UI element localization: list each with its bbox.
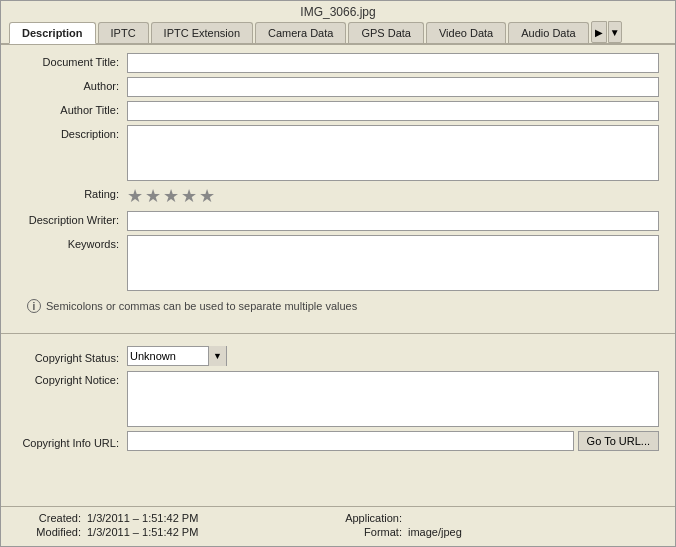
description-label: Description: xyxy=(17,125,127,140)
footer-modified-value: 1/3/2011 – 1:51:42 PM xyxy=(87,526,198,538)
hint-row: i Semicolons or commas can be used to se… xyxy=(17,295,659,319)
author-input[interactable] xyxy=(127,77,659,97)
document-title-row: Document Title: xyxy=(17,53,659,73)
tab-nav-dropdown-button[interactable]: ▼ xyxy=(608,21,622,43)
info-icon: i xyxy=(27,299,41,313)
copyright-status-select[interactable]: Unknown Copyrighted Public Domain xyxy=(128,347,208,365)
tab-iptc[interactable]: IPTC xyxy=(98,22,149,43)
document-title-label: Document Title: xyxy=(17,53,127,68)
main-window: IMG_3066.jpg Description IPTC IPTC Exten… xyxy=(0,0,676,547)
footer-created-value: 1/3/2011 – 1:51:42 PM xyxy=(87,512,198,524)
footer-created-row: Created: 1/3/2011 – 1:51:42 PM xyxy=(17,512,338,524)
footer-right: Application: Format: image/jpeg xyxy=(338,512,659,540)
description-section: Document Title: Author: Author Title: De… xyxy=(1,45,675,327)
star-1[interactable]: ★ xyxy=(127,185,143,207)
tab-iptc-extension[interactable]: IPTC Extension xyxy=(151,22,253,43)
tab-gps-data[interactable]: GPS Data xyxy=(348,22,424,43)
hint-text: Semicolons or commas can be used to sepa… xyxy=(46,300,357,312)
author-label: Author: xyxy=(17,77,127,92)
tab-video-data[interactable]: Video Data xyxy=(426,22,506,43)
footer-format-value: image/jpeg xyxy=(408,526,462,538)
description-writer-input[interactable] xyxy=(127,211,659,231)
footer-application-row: Application: xyxy=(338,512,659,524)
title-bar: IMG_3066.jpg xyxy=(1,1,675,21)
footer-created-label: Created: xyxy=(17,512,87,524)
keywords-label: Keywords: xyxy=(17,235,127,250)
tab-nav-next-button[interactable]: ▶ xyxy=(591,21,607,43)
document-title-input[interactable] xyxy=(127,53,659,73)
window-title: IMG_3066.jpg xyxy=(300,5,375,19)
star-5[interactable]: ★ xyxy=(199,185,215,207)
rating-label: Rating: xyxy=(17,185,127,200)
description-textarea[interactable] xyxy=(127,125,659,181)
footer-modified-row: Modified: 1/3/2011 – 1:51:42 PM xyxy=(17,526,338,538)
author-title-row: Author Title: xyxy=(17,101,659,121)
copyright-notice-row: Copyright Notice: xyxy=(17,371,659,427)
copyright-url-input[interactable] xyxy=(127,431,574,451)
keywords-textarea[interactable] xyxy=(127,235,659,291)
copyright-status-label: Copyright Status: xyxy=(17,349,127,364)
footer: Created: 1/3/2011 – 1:51:42 PM Modified:… xyxy=(1,506,675,546)
keywords-row: Keywords: xyxy=(17,235,659,291)
section-divider xyxy=(1,333,675,334)
copyright-notice-textarea[interactable] xyxy=(127,371,659,427)
rating-stars: ★ ★ ★ ★ ★ xyxy=(127,185,217,207)
copyright-url-label: Copyright Info URL: xyxy=(17,434,127,449)
description-writer-row: Description Writer: xyxy=(17,211,659,231)
tab-bar: Description IPTC IPTC Extension Camera D… xyxy=(1,21,675,45)
author-title-label: Author Title: xyxy=(17,101,127,116)
star-3[interactable]: ★ xyxy=(163,185,179,207)
copyright-url-row: Copyright Info URL: Go To URL... xyxy=(17,431,659,451)
author-title-input[interactable] xyxy=(127,101,659,121)
rating-row: Rating: ★ ★ ★ ★ ★ xyxy=(17,185,659,207)
tab-audio-data[interactable]: Audio Data xyxy=(508,22,588,43)
footer-left: Created: 1/3/2011 – 1:51:42 PM Modified:… xyxy=(17,512,338,540)
tab-description[interactable]: Description xyxy=(9,22,96,44)
copyright-notice-label: Copyright Notice: xyxy=(17,371,127,386)
author-row: Author: xyxy=(17,77,659,97)
footer-format-row: Format: image/jpeg xyxy=(338,526,659,538)
footer-application-label: Application: xyxy=(338,512,408,524)
copyright-status-row: Copyright Status: Unknown Copyrighted Pu… xyxy=(17,346,659,366)
footer-format-label: Format: xyxy=(338,526,408,538)
copyright-status-select-wrapper: Unknown Copyrighted Public Domain ▼ xyxy=(127,346,227,366)
select-arrow-icon[interactable]: ▼ xyxy=(208,346,226,366)
tab-camera-data[interactable]: Camera Data xyxy=(255,22,346,43)
star-4[interactable]: ★ xyxy=(181,185,197,207)
goto-url-button[interactable]: Go To URL... xyxy=(578,431,659,451)
description-row: Description: xyxy=(17,125,659,181)
star-2[interactable]: ★ xyxy=(145,185,161,207)
description-writer-label: Description Writer: xyxy=(17,211,127,226)
copyright-section: Copyright Status: Unknown Copyrighted Pu… xyxy=(1,340,675,461)
content-area: Document Title: Author: Author Title: De… xyxy=(1,45,675,506)
footer-modified-label: Modified: xyxy=(17,526,87,538)
